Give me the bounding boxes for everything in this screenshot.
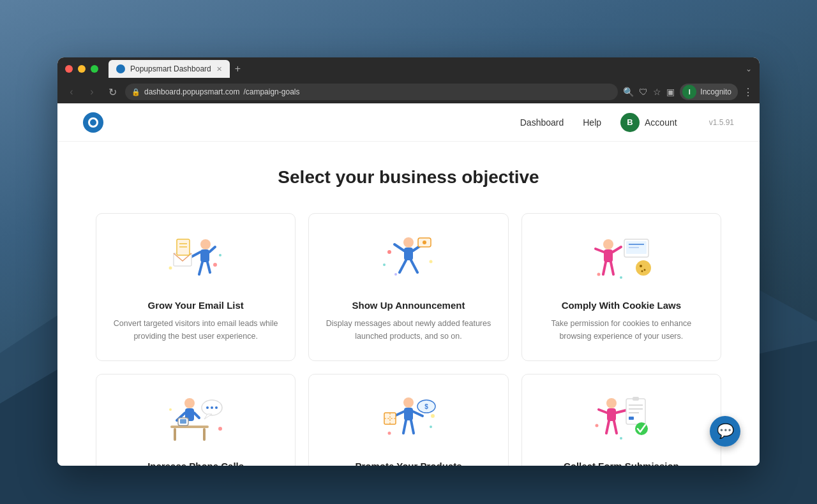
svg-point-71 xyxy=(430,426,432,428)
svg-line-17 xyxy=(400,260,406,272)
active-tab[interactable]: Popupsmart Dashboard ✕ xyxy=(109,60,230,78)
card-illus-email xyxy=(164,233,228,287)
card-title-email: Grow Your Email List xyxy=(112,300,280,311)
card-desc-email: Convert targeted visitors into email lea… xyxy=(112,317,280,343)
chat-icon: 💬 xyxy=(717,423,734,440)
nav-help[interactable]: Help xyxy=(583,117,601,128)
svg-point-73 xyxy=(606,398,617,408)
svg-point-57 xyxy=(218,427,222,431)
svg-rect-51 xyxy=(180,419,186,424)
card-phone[interactable]: Increase Phone Calls Enhance your call t… xyxy=(96,374,296,466)
new-tab-button[interactable]: + xyxy=(235,63,241,75)
incognito-avatar: I xyxy=(682,85,696,99)
bookmark-icon[interactable]: ☆ xyxy=(653,87,661,97)
app-header: Dashboard Help B Account v1.5.91 xyxy=(57,103,760,142)
tab-close-icon[interactable]: ✕ xyxy=(216,65,222,73)
incognito-label: Incognito xyxy=(700,87,731,96)
card-illus-announcement xyxy=(377,233,440,287)
card-email-list[interactable]: Grow Your Email List Convert targeted vi… xyxy=(96,213,296,361)
main-content: Select your business objective xyxy=(57,142,760,466)
svg-point-15 xyxy=(403,237,414,248)
svg-point-2 xyxy=(200,239,211,249)
card-announcement[interactable]: Show Up Announcement Display messages ab… xyxy=(308,213,508,361)
browser-titlebar: Popupsmart Dashboard ✕ + ⌄ xyxy=(57,57,760,80)
svg-point-38 xyxy=(640,265,642,267)
cards-grid: Grow Your Email List Convert targeted vi… xyxy=(96,213,721,466)
close-button[interactable] xyxy=(65,65,73,73)
svg-line-6 xyxy=(191,252,200,257)
url-path: /campaign-goals xyxy=(243,87,299,96)
app-content: Dashboard Help B Account v1.5.91 Select … xyxy=(57,103,760,466)
svg-line-77 xyxy=(599,410,607,413)
svg-rect-28 xyxy=(604,249,613,262)
svg-rect-3 xyxy=(200,249,209,262)
tab-menu-icon[interactable]: ⌄ xyxy=(746,64,752,73)
tab-favicon xyxy=(116,64,125,73)
forward-button[interactable]: › xyxy=(84,86,100,98)
page-title: Select your business objective xyxy=(96,167,721,188)
back-button[interactable]: ‹ xyxy=(64,86,79,98)
toolbar-icons: 🔍 🛡 ☆ ▣ I Incognito ⋮ xyxy=(623,84,753,100)
svg-rect-45 xyxy=(170,426,209,428)
svg-line-75 xyxy=(606,421,609,433)
svg-line-49 xyxy=(194,413,199,418)
svg-point-27 xyxy=(603,239,613,249)
card-form[interactable]: Collect Form Submission Gather personal … xyxy=(521,374,721,466)
svg-point-25 xyxy=(429,260,432,263)
svg-line-30 xyxy=(611,262,613,274)
sidebar-icon[interactable]: ▣ xyxy=(666,87,675,97)
card-illus-cookie xyxy=(589,233,653,287)
svg-line-31 xyxy=(596,249,604,252)
svg-line-61 xyxy=(403,420,406,433)
reload-button[interactable]: ↻ xyxy=(105,86,120,98)
svg-point-72 xyxy=(431,414,435,418)
svg-text:$: $ xyxy=(424,403,428,410)
minimize-button[interactable] xyxy=(78,65,86,73)
svg-point-26 xyxy=(394,273,397,276)
card-illus-products: $ xyxy=(377,394,440,448)
app-logo-inner xyxy=(88,117,98,128)
incognito-badge[interactable]: I Incognito xyxy=(680,84,738,100)
browser-window: Popupsmart Dashboard ✕ + ⌄ ‹ › ↻ 🔒 dashb… xyxy=(57,57,760,466)
card-title-phone: Increase Phone Calls xyxy=(112,461,280,466)
svg-rect-16 xyxy=(404,248,413,260)
svg-point-40 xyxy=(641,271,643,272)
card-title-form: Collect Form Submission xyxy=(537,461,705,466)
header-nav: Dashboard Help B Account v1.5.91 xyxy=(520,113,734,132)
svg-rect-79 xyxy=(626,399,645,424)
card-cookie[interactable]: Comply With Cookie Laws Take permission … xyxy=(521,213,721,361)
maximize-button[interactable] xyxy=(91,65,98,73)
version-label: v1.5.91 xyxy=(709,118,734,127)
svg-point-41 xyxy=(597,273,601,276)
search-icon[interactable]: 🔍 xyxy=(623,87,634,97)
menu-icon[interactable]: ⋮ xyxy=(743,86,753,98)
svg-rect-84 xyxy=(629,417,634,420)
svg-point-23 xyxy=(387,250,391,254)
card-title-cookie: Comply With Cookie Laws xyxy=(537,300,705,311)
chat-button[interactable]: 💬 xyxy=(710,416,740,447)
account-label: Account xyxy=(645,117,677,128)
svg-line-7 xyxy=(209,247,215,252)
svg-rect-47 xyxy=(203,428,206,441)
url-base: dashboard.popupsmart.com xyxy=(144,87,239,96)
svg-line-64 xyxy=(413,411,423,416)
svg-line-78 xyxy=(616,410,626,413)
account-button[interactable]: B Account xyxy=(620,113,677,132)
svg-point-54 xyxy=(211,406,213,409)
svg-marker-56 xyxy=(204,414,212,419)
address-bar[interactable]: 🔒 dashboard.popupsmart.com /campaign-goa… xyxy=(125,84,618,100)
svg-point-70 xyxy=(387,432,391,435)
browser-toolbar: ‹ › ↻ 🔒 dashboard.popupsmart.com /campai… xyxy=(57,80,760,103)
card-title-announcement: Show Up Announcement xyxy=(324,300,492,311)
svg-point-43 xyxy=(184,398,195,408)
card-products[interactable]: $ Promote Your Products Market your prod… xyxy=(308,374,508,466)
svg-point-24 xyxy=(383,263,386,266)
card-illus-phone xyxy=(164,394,228,448)
card-title-products: Promote Your Products xyxy=(324,461,492,466)
svg-point-13 xyxy=(219,254,221,256)
svg-point-59 xyxy=(403,397,414,408)
svg-point-86 xyxy=(596,424,599,427)
tab-area: Popupsmart Dashboard ✕ + ⌄ xyxy=(109,60,752,78)
nav-dashboard[interactable]: Dashboard xyxy=(520,117,564,128)
app-logo xyxy=(83,112,103,133)
